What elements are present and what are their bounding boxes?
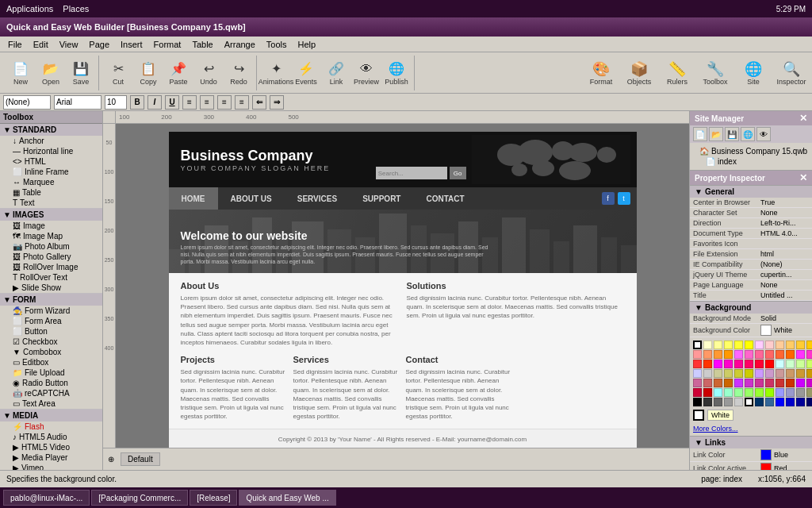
publish-button[interactable]: 🌐 Publish bbox=[382, 56, 411, 90]
cut-button[interactable]: ✂ Cut bbox=[104, 56, 132, 90]
sm-new-btn[interactable]: 📄 bbox=[693, 127, 707, 141]
color-cell[interactable] bbox=[703, 398, 712, 406]
color-cell[interactable] bbox=[806, 379, 812, 387]
events-button[interactable]: ⚡ Events bbox=[292, 56, 320, 90]
menu-edit[interactable]: Edit bbox=[29, 39, 53, 50]
toolbox-table[interactable]: ▦ Table bbox=[0, 187, 102, 198]
toolbox-text-area[interactable]: ▭ Text Area bbox=[0, 398, 102, 409]
site-manager-close[interactable]: ✕ bbox=[799, 113, 807, 124]
color-cell[interactable] bbox=[806, 350, 812, 359]
color-cell[interactable] bbox=[786, 360, 795, 368]
inspector-panel-button[interactable]: 🔍 Inspector bbox=[774, 56, 809, 90]
toolbox-checkbox[interactable]: ☑ Checkbox bbox=[0, 337, 102, 347]
prop-background-header[interactable]: ▼ Background bbox=[690, 301, 812, 314]
color-cell[interactable] bbox=[714, 369, 722, 378]
indent-decrease-button[interactable]: ⇐ bbox=[252, 95, 266, 110]
site-index-page[interactable]: 📄 index bbox=[693, 156, 809, 167]
align-right-button[interactable]: ≡ bbox=[217, 95, 232, 110]
sm-publish-btn[interactable]: 🌐 bbox=[741, 127, 755, 141]
color-cell[interactable] bbox=[765, 388, 774, 397]
bg-color-swatch[interactable] bbox=[760, 325, 772, 336]
color-cell[interactable] bbox=[796, 360, 805, 368]
menu-file[interactable]: File bbox=[3, 39, 27, 50]
color-cell[interactable] bbox=[693, 369, 702, 378]
color-cell[interactable] bbox=[724, 369, 733, 378]
canvas-scroll[interactable]: Business Company YOUR COMPANY SLOGAN HER… bbox=[116, 124, 689, 448]
color-cell[interactable] bbox=[776, 350, 784, 359]
toolbox-html[interactable]: <> HTML bbox=[0, 156, 102, 167]
color-cell[interactable] bbox=[776, 398, 784, 406]
style-select[interactable] bbox=[3, 95, 51, 110]
color-cell[interactable] bbox=[745, 360, 753, 368]
toolbox-html5-video[interactable]: ▶ HTML5 Video bbox=[0, 442, 102, 452]
color-cell[interactable] bbox=[796, 398, 805, 406]
menu-help[interactable]: Help bbox=[293, 39, 321, 50]
color-cell[interactable] bbox=[714, 360, 722, 368]
toolbox-html5-audio[interactable]: ♪ HTML5 Audio bbox=[0, 432, 102, 442]
toolbox-radio-button[interactable]: ◉ Radio Button bbox=[0, 378, 102, 388]
toolbox-vimeo[interactable]: ▶ Vimeo bbox=[0, 463, 102, 470]
objects-panel-button[interactable]: 📦 Objects bbox=[622, 56, 657, 90]
toolbox-marquee[interactable]: ↔ Marquee bbox=[0, 177, 102, 187]
bold-button[interactable]: B bbox=[130, 95, 144, 110]
color-cell[interactable] bbox=[745, 341, 753, 349]
search-input[interactable] bbox=[376, 167, 447, 179]
color-cell[interactable] bbox=[734, 369, 743, 378]
color-cell[interactable] bbox=[776, 388, 784, 397]
places-menu[interactable]: Places bbox=[63, 4, 89, 13]
color-cell[interactable] bbox=[714, 398, 722, 406]
align-left-button[interactable]: ≡ bbox=[182, 95, 197, 110]
toolbox-horizontal-line[interactable]: — Horizontal line bbox=[0, 146, 102, 156]
toolbox-button[interactable]: ⬜ Button bbox=[0, 326, 102, 337]
color-cell[interactable] bbox=[755, 379, 764, 387]
site-panel-button[interactable]: 🌐 Site bbox=[736, 56, 771, 90]
font-select[interactable] bbox=[54, 95, 102, 110]
property-inspector-close[interactable]: ✕ bbox=[799, 172, 807, 183]
color-cell[interactable] bbox=[796, 350, 805, 359]
link-button[interactable]: 🔗 Link bbox=[322, 56, 350, 90]
color-cell[interactable] bbox=[786, 398, 795, 406]
toolbox-media-player[interactable]: ▶ Media Player bbox=[0, 452, 102, 463]
color-cell[interactable] bbox=[714, 379, 722, 387]
color-cell[interactable] bbox=[776, 360, 784, 368]
sm-save-btn[interactable]: 💾 bbox=[725, 127, 739, 141]
color-cell[interactable] bbox=[806, 388, 812, 397]
preview-button[interactable]: 👁 Preview bbox=[352, 56, 381, 90]
color-cell[interactable] bbox=[693, 379, 702, 387]
toolbox-flash[interactable]: ⚡ Flash bbox=[0, 421, 102, 432]
facebook-icon[interactable]: f bbox=[602, 192, 615, 205]
color-cell[interactable] bbox=[703, 388, 712, 397]
toolbox-anchor[interactable]: ↓ Anchor bbox=[0, 136, 102, 146]
menu-insert[interactable]: Insert bbox=[116, 39, 147, 50]
toolbox-rollover-image[interactable]: 🖼 RollOver Image bbox=[0, 262, 102, 272]
color-cell[interactable] bbox=[734, 388, 743, 397]
applications-menu[interactable]: Applications bbox=[6, 4, 53, 13]
format-panel-button[interactable]: 🎨 Format bbox=[584, 56, 619, 90]
color-cell[interactable] bbox=[734, 398, 743, 406]
nav-about[interactable]: ABOUT US bbox=[218, 187, 285, 210]
color-cell[interactable] bbox=[714, 388, 722, 397]
nav-support[interactable]: SUPPORT bbox=[350, 187, 413, 210]
color-cell[interactable] bbox=[755, 388, 764, 397]
align-center-button[interactable]: ≡ bbox=[200, 95, 214, 110]
color-cell[interactable] bbox=[724, 350, 733, 359]
taskbar-item-0[interactable]: pablo@linux-iMac-... bbox=[3, 490, 90, 506]
color-cell[interactable] bbox=[745, 379, 753, 387]
color-cell[interactable] bbox=[714, 341, 722, 349]
nav-home[interactable]: HOME bbox=[169, 187, 218, 210]
color-cell[interactable] bbox=[755, 398, 764, 406]
color-cell[interactable] bbox=[755, 360, 764, 368]
color-cell[interactable] bbox=[703, 369, 712, 378]
color-cell[interactable] bbox=[755, 350, 764, 359]
color-cell[interactable] bbox=[734, 350, 743, 359]
twitter-icon[interactable]: t bbox=[618, 192, 630, 205]
color-cell[interactable] bbox=[745, 369, 753, 378]
prop-general-header[interactable]: ▼ General bbox=[690, 185, 812, 198]
toolbox-rollover-text[interactable]: T RollOver Text bbox=[0, 272, 102, 283]
menu-arrange[interactable]: Arrange bbox=[220, 39, 260, 50]
sm-open-btn[interactable]: 📂 bbox=[709, 127, 723, 141]
color-cell[interactable] bbox=[796, 388, 805, 397]
align-justify-button[interactable]: ≡ bbox=[235, 95, 249, 110]
color-cell[interactable] bbox=[765, 398, 774, 406]
color-cell[interactable] bbox=[755, 369, 764, 378]
